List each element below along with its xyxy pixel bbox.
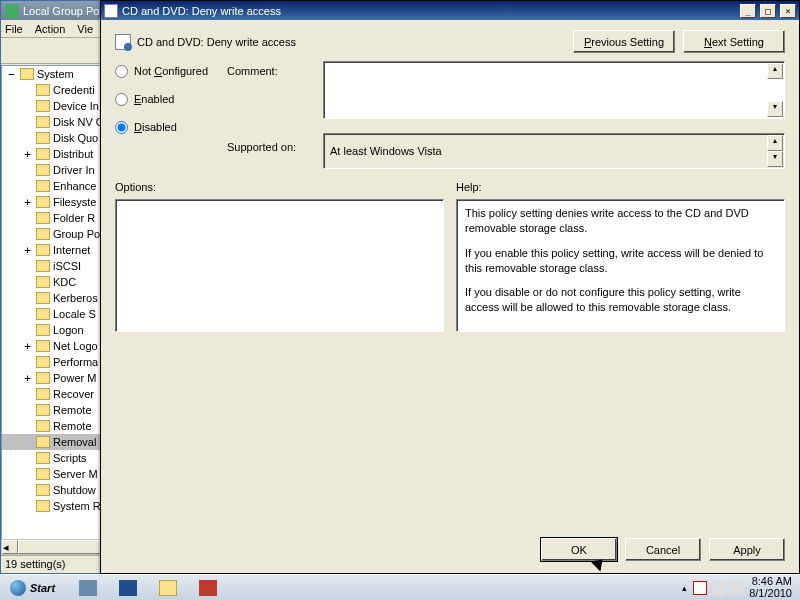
- tree-label: KDC: [53, 276, 76, 288]
- windows-orb-icon: [10, 580, 26, 596]
- folder-icon: [36, 308, 50, 320]
- tree-label: Distribut: [53, 148, 93, 160]
- folder-icon: [36, 404, 50, 416]
- supported-label: Supported on:: [227, 137, 323, 157]
- radio-not-configured-input[interactable]: [115, 65, 128, 78]
- menu-action[interactable]: Action: [35, 23, 66, 35]
- scroll-down-button[interactable]: ▾: [767, 151, 783, 167]
- tree-label: iSCSI: [53, 260, 81, 272]
- folder-icon: [36, 500, 50, 512]
- cancel-button[interactable]: Cancel: [625, 538, 701, 561]
- comment-textarea[interactable]: ▴ ▾: [323, 61, 785, 119]
- policy-header: CD and DVD: Deny write access: [137, 36, 565, 48]
- action-center-icon[interactable]: [693, 581, 707, 595]
- tray-chevron-icon[interactable]: ▴: [682, 583, 687, 593]
- folder-icon: [36, 436, 50, 448]
- tree-expander[interactable]: −: [6, 68, 17, 81]
- help-panel: This policy setting denies write access …: [456, 199, 785, 332]
- next-setting-button[interactable]: Next Setting: [683, 30, 785, 53]
- task-toolbox[interactable]: [189, 577, 227, 599]
- task-server-manager[interactable]: [69, 577, 107, 599]
- ok-button[interactable]: OK: [541, 538, 617, 561]
- dialog-icon: [104, 4, 118, 18]
- folder-icon: [36, 148, 50, 160]
- menu-view[interactable]: Vie: [77, 23, 93, 35]
- supported-field: At least Windows Vista ▴ ▾: [323, 133, 785, 169]
- dialog-titlebar[interactable]: CD and DVD: Deny write access _ □ ×: [101, 1, 799, 20]
- taskbar: Start ▴ 8:46 AM 8/1/2010: [0, 574, 800, 600]
- tree-label: Scripts: [53, 452, 87, 464]
- folder-icon: [36, 276, 50, 288]
- volume-icon[interactable]: [729, 581, 743, 595]
- mmc-title-text: Local Group Po: [23, 5, 99, 17]
- maximize-button[interactable]: □: [760, 4, 776, 18]
- help-text: This policy setting denies write access …: [465, 206, 776, 315]
- folder-icon: [36, 180, 50, 192]
- folder-icon: [36, 100, 50, 112]
- task-powershell[interactable]: [109, 577, 147, 599]
- system-tray: ▴ 8:46 AM 8/1/2010: [676, 576, 798, 599]
- tree-label: Driver In: [53, 164, 95, 176]
- tree-expander[interactable]: +: [22, 372, 33, 385]
- tree-label: Recover: [53, 388, 94, 400]
- previous-setting-button[interactable]: Previous Setting: [573, 30, 675, 53]
- tree-label: Enhance: [53, 180, 96, 192]
- tree-expander[interactable]: +: [22, 340, 33, 353]
- scroll-left-button[interactable]: ◂: [2, 540, 18, 554]
- tree-expander[interactable]: +: [22, 244, 33, 257]
- radio-disabled[interactable]: Disabled: [115, 117, 227, 137]
- tree-label: System: [37, 68, 74, 80]
- folder-icon: [36, 340, 50, 352]
- tree-label: Kerberos: [53, 292, 98, 304]
- tree-label: Shutdow: [53, 484, 96, 496]
- scroll-up-button[interactable]: ▴: [767, 63, 783, 79]
- tree-label: Performa: [53, 356, 98, 368]
- radio-disabled-input[interactable]: [115, 121, 128, 134]
- tree-label: Net Logo: [53, 340, 98, 352]
- apply-button[interactable]: Apply: [709, 538, 785, 561]
- tree-label: Device In: [53, 100, 99, 112]
- scroll-down-button[interactable]: ▾: [767, 101, 783, 117]
- folder-icon: [36, 116, 50, 128]
- radio-enabled[interactable]: Enabled: [115, 89, 227, 109]
- folder-icon: [36, 452, 50, 464]
- state-radiogroup: Not Configured Enabled Disabled: [115, 61, 227, 169]
- folder-icon: [36, 212, 50, 224]
- clock[interactable]: 8:46 AM 8/1/2010: [749, 576, 792, 599]
- network-icon[interactable]: [711, 581, 725, 595]
- tree-label: Removal: [53, 436, 96, 448]
- quicklaunch: [69, 577, 227, 599]
- supported-text: At least Windows Vista: [330, 145, 442, 157]
- tree-label: Logon: [53, 324, 84, 336]
- close-button[interactable]: ×: [780, 4, 796, 18]
- tree-label: Internet: [53, 244, 90, 256]
- folder-icon: [36, 228, 50, 240]
- radio-enabled-input[interactable]: [115, 93, 128, 106]
- start-label: Start: [30, 582, 55, 594]
- menu-file[interactable]: File: [5, 23, 23, 35]
- mmc-icon: [5, 4, 19, 18]
- folder-icon: [36, 420, 50, 432]
- tree-label: Locale S: [53, 308, 96, 320]
- minimize-button[interactable]: _: [740, 4, 756, 18]
- folder-icon: [36, 372, 50, 384]
- folder-icon: [36, 84, 50, 96]
- start-button[interactable]: Start: [2, 577, 63, 599]
- tree-label: Filesyste: [53, 196, 96, 208]
- tree-expander[interactable]: +: [22, 148, 33, 161]
- status-text: 19 setting(s): [5, 558, 66, 570]
- tree-label: Group Po: [53, 228, 100, 240]
- tree-label: Disk Quo: [53, 132, 98, 144]
- tree-label: Folder R: [53, 212, 95, 224]
- folder-icon: [20, 68, 34, 80]
- folder-icon: [36, 324, 50, 336]
- folder-icon: [36, 468, 50, 480]
- scroll-up-button[interactable]: ▴: [767, 135, 783, 151]
- folder-icon: [36, 244, 50, 256]
- radio-not-configured[interactable]: Not Configured: [115, 61, 227, 81]
- tree-label: Remote: [53, 420, 92, 432]
- folder-icon: [36, 196, 50, 208]
- tree-expander[interactable]: +: [22, 196, 33, 209]
- task-explorer[interactable]: [149, 577, 187, 599]
- tree-label: Credenti: [53, 84, 95, 96]
